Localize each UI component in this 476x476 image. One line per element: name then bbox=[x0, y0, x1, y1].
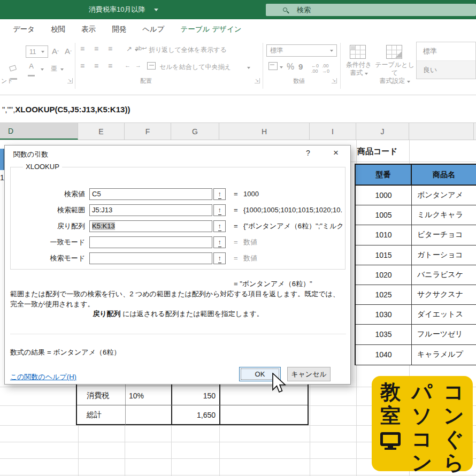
product-table-header-name[interactable]: 商品名 bbox=[412, 165, 476, 185]
increase-indent-button[interactable]: → bbox=[135, 62, 141, 68]
product-table-row: 1000ボンタンアメ bbox=[356, 186, 476, 205]
workbook-title-dropdown-icon[interactable] bbox=[154, 9, 158, 11]
totals-cell[interactable] bbox=[126, 405, 172, 425]
decrease-decimal-button[interactable]: .00→0 bbox=[322, 63, 329, 74]
product-name-cell[interactable]: ガトーショコ bbox=[412, 245, 476, 265]
merge-center-icon[interactable] bbox=[147, 62, 156, 71]
product-name-cell[interactable]: ダイエットス bbox=[412, 305, 476, 324]
totals-cell[interactable]: 10% bbox=[126, 386, 172, 405]
product-model-cell[interactable]: 1005 bbox=[356, 205, 412, 225]
product-model-cell[interactable]: 1035 bbox=[356, 325, 412, 344]
totals-cell[interactable] bbox=[220, 405, 308, 425]
totals-cell[interactable] bbox=[220, 386, 308, 405]
column-header-J[interactable]: J bbox=[356, 123, 409, 140]
argument-input[interactable]: J5:J13 bbox=[89, 204, 212, 216]
product-name-cell[interactable]: バニラビスケ bbox=[412, 265, 476, 285]
tab-データ[interactable]: データ bbox=[5, 25, 43, 34]
partial-table-header-cell[interactable] bbox=[0, 149, 4, 170]
font-size-select[interactable]: 11 bbox=[26, 45, 48, 58]
tab-開発[interactable]: 開発 bbox=[104, 25, 134, 34]
product-model-cell[interactable]: 1015 bbox=[356, 245, 412, 265]
collapse-dialog-icon[interactable]: ↑ bbox=[213, 204, 226, 216]
product-model-cell[interactable]: 1030 bbox=[356, 305, 412, 324]
product-name-cell[interactable]: ミルクキャラ bbox=[412, 205, 476, 225]
format-as-table-icon[interactable] bbox=[386, 45, 402, 59]
totals-cell[interactable]: 1,650 bbox=[172, 405, 220, 425]
wrap-text-icon[interactable]: ab↩ bbox=[135, 45, 147, 52]
font-dialog-launcher-icon[interactable]: ↘ bbox=[67, 78, 73, 83]
product-name-cell[interactable]: フルーツゼリ bbox=[412, 325, 476, 344]
align-left-button[interactable]: ≡ bbox=[80, 62, 84, 70]
cancel-button[interactable]: キャンセル bbox=[287, 367, 331, 381]
align-center-button[interactable]: ≡ bbox=[94, 62, 98, 70]
decrease-indent-button[interactable]: ← bbox=[125, 62, 130, 68]
font-color-dropdown-icon[interactable] bbox=[41, 68, 44, 71]
product-name-cell[interactable]: ボンタンアメ bbox=[412, 186, 476, 205]
column-header-F[interactable]: F bbox=[125, 123, 171, 140]
product-name-cell[interactable]: ビターチョコ bbox=[412, 225, 476, 244]
number-dialog-launcher-icon[interactable]: ↘ bbox=[332, 78, 337, 83]
column-header-D[interactable]: D bbox=[0, 123, 78, 140]
product-name-cell[interactable]: サクサクスナ bbox=[412, 285, 476, 304]
tab-校閲[interactable]: 校閲 bbox=[43, 25, 73, 34]
argument-input[interactable] bbox=[89, 252, 212, 264]
product-model-cell[interactable]: 1025 bbox=[356, 285, 412, 304]
totals-cell[interactable]: 消費税 bbox=[77, 386, 126, 405]
product-model-cell[interactable]: 1000 bbox=[356, 186, 412, 205]
column-header-I[interactable]: I bbox=[310, 123, 356, 140]
tab-ヘルプ[interactable]: ヘルプ bbox=[134, 25, 172, 34]
argument-input[interactable] bbox=[89, 236, 212, 248]
align-bottom-button[interactable]: ≡ bbox=[108, 44, 112, 53]
product-code-label[interactable]: 商品コード bbox=[357, 147, 398, 157]
product-model-cell[interactable]: 1010 bbox=[356, 225, 412, 244]
argument-input[interactable]: C5 bbox=[89, 188, 212, 200]
tab-テーブル デザイン[interactable]: テーブル デザイン bbox=[173, 25, 250, 34]
collapse-dialog-icon[interactable]: ↑ bbox=[213, 252, 226, 264]
dialog-help-icon[interactable]: ? bbox=[302, 149, 314, 157]
percent-style-button[interactable]: % bbox=[287, 62, 294, 72]
conditional-formatting-button[interactable]: 条件付き書式 bbox=[344, 61, 373, 77]
close-icon[interactable]: × bbox=[329, 148, 343, 158]
conditional-formatting-icon[interactable] bbox=[350, 45, 366, 59]
column-header-G[interactable]: G bbox=[171, 123, 219, 140]
totals-cell[interactable]: 150 bbox=[172, 386, 220, 405]
product-model-cell[interactable]: 1040 bbox=[356, 345, 412, 365]
workbook-title[interactable]: 消費税率10月以降 bbox=[89, 5, 145, 14]
product-table-header-model[interactable]: 型番 bbox=[356, 165, 412, 185]
function-help-link[interactable]: この関数のヘルプ(H) bbox=[10, 372, 76, 382]
product-name-cell[interactable]: キャラメルプ bbox=[412, 345, 476, 365]
format-as-table-button[interactable]: テーブルとして書式設定 bbox=[374, 61, 415, 85]
alignment-dialog-launcher-icon[interactable]: ↘ bbox=[255, 78, 260, 83]
tab-表示[interactable]: 表示 bbox=[73, 25, 104, 34]
logo-character: ら bbox=[443, 452, 464, 474]
collapse-dialog-icon[interactable]: ↑ bbox=[213, 188, 226, 200]
increase-decimal-button[interactable]: ←0.00 bbox=[311, 63, 319, 74]
logo-character: ぐ bbox=[443, 428, 464, 450]
number-format-select[interactable]: 標準 bbox=[266, 44, 337, 57]
decrease-font-size-button[interactable]: Aˇ bbox=[65, 47, 72, 56]
cell-style-item[interactable]: 標準 bbox=[417, 42, 475, 60]
search-input[interactable]: 検索 bbox=[266, 4, 476, 16]
orientation-button[interactable]: ↗ bbox=[126, 45, 132, 53]
merge-center-label[interactable]: セルを結合して中央揃え bbox=[159, 63, 231, 72]
product-model-cell[interactable]: 1020 bbox=[356, 265, 412, 285]
increase-font-size-button[interactable]: Aˆ bbox=[52, 47, 59, 56]
font-color-button[interactable]: A bbox=[28, 62, 35, 78]
column-header-H[interactable]: H bbox=[219, 123, 310, 140]
cell-style-item[interactable]: 良い bbox=[417, 60, 475, 79]
collapse-dialog-icon[interactable]: ↑ bbox=[213, 236, 226, 248]
column-header-blank[interactable] bbox=[409, 123, 474, 140]
formula-bar[interactable]: ","",XLOOKUP(C5,J5:J13,K5:K13)) bbox=[0, 96, 476, 123]
align-right-button[interactable]: ≡ bbox=[108, 62, 112, 70]
collapse-dialog-icon[interactable]: ↑ bbox=[213, 220, 226, 232]
align-top-button[interactable]: ≡ bbox=[80, 44, 84, 53]
align-middle-button[interactable]: ≡ bbox=[94, 44, 98, 53]
phonetic-guide-button[interactable]: 亜 bbox=[51, 64, 57, 73]
column-header-E[interactable]: E bbox=[78, 123, 125, 140]
comma-style-button[interactable]: 9 bbox=[298, 62, 303, 71]
wrap-text-label[interactable]: 折り返して全体を表示する bbox=[149, 45, 227, 55]
argument-input[interactable]: K5:K13 bbox=[89, 220, 212, 232]
totals-cell[interactable]: 総計 bbox=[77, 405, 126, 425]
partial-cell-value[interactable]: 1 bbox=[0, 173, 4, 183]
accounting-format-button[interactable] bbox=[268, 62, 278, 72]
